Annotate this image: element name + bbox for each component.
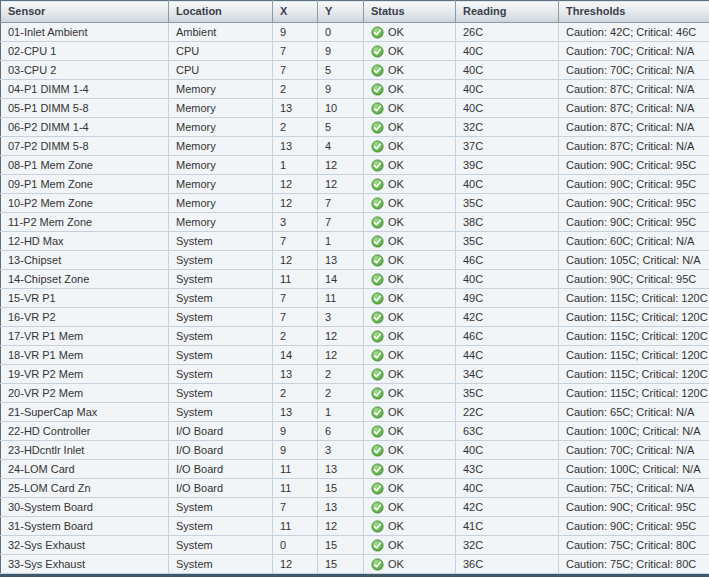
status-label: OK [388, 538, 404, 552]
cell-location: System [169, 327, 273, 346]
cell-reading: 40C [456, 61, 559, 80]
column-header-reading: Reading [456, 1, 559, 23]
cell-sensor-name: 32-Sys Exhaust [1, 536, 169, 555]
status-ok-icon [371, 235, 384, 248]
cell-reading: 40C [456, 270, 559, 289]
sensor-table-row: 13-Chipset System 12 13 [1, 251, 709, 270]
cell-thresholds: Caution: 90C; Critical: 95C [559, 156, 709, 175]
sensor-table-row: 22-HD Controller I/O Board 9 6 [1, 422, 709, 441]
cell-location: I/O Board [169, 479, 273, 498]
cell-location: CPU [169, 61, 273, 80]
cell-x: 13 [273, 99, 318, 118]
cell-x: 11 [273, 460, 318, 479]
cell-reading: 46C [456, 251, 559, 270]
cell-reading: 42C [456, 308, 559, 327]
cell-x: 11 [273, 270, 318, 289]
status-ok-icon [371, 121, 384, 134]
status-ok-icon [371, 273, 384, 286]
status-ok-icon [371, 64, 384, 77]
cell-thresholds: Caution: 115C; Critical: 120C [559, 308, 709, 327]
cell-sensor-name: 33-Sys Exhaust [1, 555, 169, 574]
cell-thresholds: Caution: 115C; Critical: 120C [559, 346, 709, 365]
cell-status: OK [364, 555, 456, 574]
sensor-table-row: 02-CPU 1 CPU 7 9 [1, 42, 709, 61]
cell-thresholds: Caution: 100C; Critical: N/A [559, 422, 709, 441]
status-ok-icon [371, 83, 384, 96]
cell-thresholds: Caution: 87C; Critical: N/A [559, 80, 709, 99]
cell-x: 11 [273, 517, 318, 536]
cell-reading: 40C [456, 479, 559, 498]
cell-location: System [169, 308, 273, 327]
cell-y: 12 [318, 156, 364, 175]
cell-x: 7 [273, 61, 318, 80]
status-label: OK [388, 500, 404, 514]
cell-status: OK [364, 194, 456, 213]
cell-sensor-name: 15-VR P1 [1, 289, 169, 308]
cell-y: 13 [318, 460, 364, 479]
cell-status: OK [364, 137, 456, 156]
cell-location: Memory [169, 175, 273, 194]
cell-thresholds: Caution: 75C; Critical: 80C [559, 555, 709, 574]
cell-location: Memory [169, 80, 273, 99]
cell-status: OK [364, 156, 456, 175]
status-ok-icon [371, 159, 384, 172]
cell-y: 15 [318, 479, 364, 498]
cell-x: 9 [273, 441, 318, 460]
cell-status: OK [364, 289, 456, 308]
cell-y: 12 [318, 346, 364, 365]
cell-x: 2 [273, 80, 318, 99]
status-ok-icon [371, 406, 384, 419]
cell-sensor-name: 07-P2 DIMM 5-8 [1, 137, 169, 156]
cell-x: 12 [273, 251, 318, 270]
status-label: OK [388, 405, 404, 419]
cell-reading: 40C [456, 175, 559, 194]
status-label: OK [388, 196, 404, 210]
cell-x: 1 [273, 156, 318, 175]
cell-status: OK [364, 517, 456, 536]
cell-sensor-name: 12-HD Max [1, 232, 169, 251]
cell-sensor-name: 04-P1 DIMM 1-4 [1, 80, 169, 99]
cell-sensor-name: 17-VR P1 Mem [1, 327, 169, 346]
cell-thresholds: Caution: 115C; Critical: 120C [559, 289, 709, 308]
status-label: OK [388, 367, 404, 381]
status-label: OK [388, 348, 404, 362]
cell-reading: 26C [456, 23, 559, 42]
cell-status: OK [364, 232, 456, 251]
sensor-table-row: 31-System Board System 11 12 [1, 517, 709, 536]
status-label: OK [388, 253, 404, 267]
status-label: OK [388, 158, 404, 172]
cell-status: OK [364, 61, 456, 80]
status-label: OK [388, 177, 404, 191]
column-header-thresholds: Thresholds [559, 1, 709, 23]
cell-x: 7 [273, 232, 318, 251]
sensor-table-row: 20-VR P2 Mem System 2 2 [1, 384, 709, 403]
status-ok-icon [371, 558, 384, 571]
cell-reading: 63C [456, 422, 559, 441]
cell-reading: 40C [456, 80, 559, 99]
cell-y: 12 [318, 327, 364, 346]
cell-location: System [169, 365, 273, 384]
cell-thresholds: Caution: 105C; Critical: N/A [559, 251, 709, 270]
status-ok-icon [371, 349, 384, 362]
sensor-table-row: 30-System Board System 7 13 [1, 498, 709, 517]
cell-y: 4 [318, 137, 364, 156]
cell-status: OK [364, 23, 456, 42]
cell-x: 2 [273, 327, 318, 346]
cell-x: 12 [273, 194, 318, 213]
sensor-table: Sensor Location X Y Status Reading Thres… [0, 0, 709, 574]
cell-reading: 42C [456, 498, 559, 517]
cell-reading: 35C [456, 232, 559, 251]
sensor-table-row: 05-P1 DIMM 5-8 Memory 13 10 [1, 99, 709, 118]
cell-x: 13 [273, 365, 318, 384]
cell-thresholds: Caution: 87C; Critical: N/A [559, 118, 709, 137]
sensor-table-row: 04-P1 DIMM 1-4 Memory 2 9 [1, 80, 709, 99]
cell-status: OK [364, 327, 456, 346]
status-ok-icon [371, 482, 384, 495]
cell-location: Memory [169, 213, 273, 232]
status-ok-icon [371, 140, 384, 153]
cell-sensor-name: 11-P2 Mem Zone [1, 213, 169, 232]
status-label: OK [388, 44, 404, 58]
cell-sensor-name: 21-SuperCap Max [1, 403, 169, 422]
cell-reading: 36C [456, 555, 559, 574]
sensor-table-row: 01-Inlet Ambient Ambient 9 0 [1, 23, 709, 42]
